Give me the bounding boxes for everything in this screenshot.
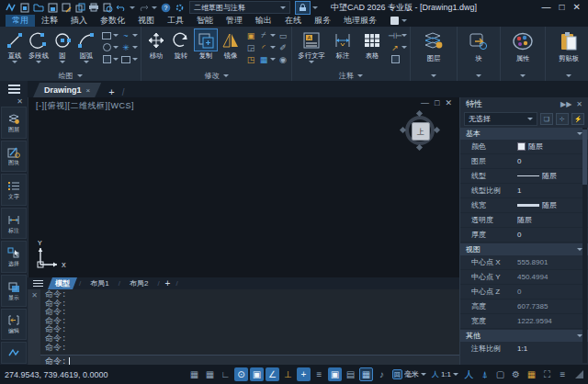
compass-east-icon[interactable]: [434, 127, 440, 133]
ribbon-display-toggle[interactable]: [390, 15, 408, 27]
quick-properties-icon[interactable]: ▤: [344, 367, 357, 381]
print-icon[interactable]: [87, 2, 100, 14]
viewport-controls-label[interactable]: [-][俯视][二维线框][WCS]: [36, 100, 134, 112]
tab-home[interactable]: 常用: [6, 15, 35, 27]
tab-online[interactable]: 在线: [278, 15, 308, 27]
properties-panel-footer[interactable]: [501, 71, 545, 81]
mtext-tool-button[interactable]: A 多行文字: [295, 28, 328, 63]
polyline-flyout-caret-icon[interactable]: [36, 61, 41, 63]
status-menu-icon[interactable]: ≡: [556, 367, 570, 381]
tab-parametric[interactable]: 参数化: [94, 15, 131, 27]
tab-smart[interactable]: 智能: [190, 15, 220, 27]
close-button[interactable]: ✕: [573, 3, 581, 12]
spline-tool-icon[interactable]: ~: [120, 30, 138, 40]
section-view[interactable]: 视图: [460, 243, 588, 255]
command-history[interactable]: 命令: 命令: 命令: 命令: 命令: 命令: 命令:: [40, 289, 459, 355]
palette-edit-button[interactable]: 编辑: [1, 309, 27, 341]
grid-display-icon[interactable]: ▦: [203, 367, 217, 381]
tab-geo-services[interactable]: 地理服务: [337, 15, 383, 27]
prop-row-linetype[interactable]: 线型 随层: [460, 169, 588, 184]
redo-icon[interactable]: [137, 2, 150, 14]
add-layout-button[interactable]: +: [162, 278, 175, 288]
selection-dropdown[interactable]: 无选择: [464, 112, 537, 126]
doc-tab-close-icon[interactable]: ×: [86, 86, 91, 95]
tab-insert[interactable]: 插入: [64, 15, 94, 27]
clipboard-panel-footer[interactable]: [546, 71, 588, 81]
annotate-panel-footer[interactable]: 注释: [292, 71, 410, 81]
palette-close-icon[interactable]: ✕: [17, 98, 23, 106]
array-tool-icon[interactable]: ▦: [258, 54, 276, 64]
tab-model[interactable]: 模型: [48, 277, 77, 289]
annotation-monitor-icon[interactable]: ♪: [375, 367, 389, 381]
eraser-tool-icon[interactable]: ✐: [277, 42, 288, 52]
viewport-restore-button[interactable]: □: [435, 99, 439, 107]
command-close-icon[interactable]: ✕: [31, 291, 38, 299]
quick-dim-tool-icon[interactable]: ⊣⊢: [390, 30, 407, 40]
clean-screen-icon[interactable]: ⛶: [540, 367, 554, 381]
properties-button[interactable]: 属性: [503, 28, 542, 62]
move-tool-button[interactable]: 移动: [144, 28, 169, 60]
new-doc-tab-button[interactable]: +: [108, 86, 114, 97]
block-button[interactable]: 块: [460, 28, 497, 62]
selection-cycling-icon[interactable]: ▦: [359, 367, 373, 381]
auto-hide-pin-icon[interactable]: ▶▶: [560, 100, 571, 108]
resize-grip[interactable]: [575, 370, 583, 378]
minimize-button[interactable]: —: [542, 3, 551, 12]
palette-blocks-button[interactable]: 图块: [1, 141, 27, 173]
transparency-toggle-icon[interactable]: ▣: [328, 367, 342, 381]
help-icon[interactable]: ?: [159, 2, 172, 14]
properties-scrollbar[interactable]: [582, 128, 587, 363]
copy-file-icon[interactable]: [74, 2, 86, 14]
new-file-icon[interactable]: [18, 2, 31, 14]
workspace-gear-icon[interactable]: [173, 2, 186, 14]
prop-row-height[interactable]: 高度 607.7385: [460, 299, 588, 314]
drawing-canvas[interactable]: [-][俯视][二维线框][WCS] — □ ✕ 上 X Y: [28, 97, 459, 277]
prop-row-lineweight[interactable]: 线宽 随层: [460, 198, 588, 213]
view-compass[interactable]: 上: [402, 113, 437, 148]
selection-filter-icon[interactable]: ▢: [493, 367, 507, 381]
table-tool-button[interactable]: 表格: [357, 28, 387, 60]
circle-flyout-caret-icon[interactable]: [60, 61, 65, 63]
tab-manage[interactable]: 管理: [220, 15, 249, 27]
rotate-tool-button[interactable]: 旋转: [169, 28, 194, 60]
app-logo-icon[interactable]: [5, 2, 17, 14]
erase-tool-icon[interactable]: ▭: [277, 30, 288, 40]
prop-row-annoscale[interactable]: 注释比例 1:1: [460, 342, 588, 356]
save-icon[interactable]: [46, 2, 59, 14]
annotation-autoscale-icon[interactable]: ⍋: [478, 367, 492, 381]
scale-tool-icon[interactable]: ◲: [245, 42, 256, 52]
layer-panel-footer[interactable]: [411, 71, 457, 81]
mtext-flyout-caret-icon[interactable]: [309, 61, 314, 63]
ortho-mode-icon[interactable]: ∟: [219, 367, 232, 381]
prop-row-transparency[interactable]: 透明度 随层: [460, 213, 588, 228]
compass-top-face[interactable]: 上: [412, 122, 430, 141]
properties-scroll-thumb[interactable]: [582, 130, 587, 185]
copy-tool-button[interactable]: 复制: [194, 28, 219, 60]
fillet-tool-icon[interactable]: ◜: [258, 42, 276, 52]
palette-select-button[interactable]: 选择: [1, 241, 27, 273]
select-objects-icon[interactable]: ⊹: [556, 113, 569, 125]
polar-tracking-icon[interactable]: ⊙: [234, 367, 248, 381]
settings-gear-icon[interactable]: ⚙: [509, 367, 523, 381]
palette-text-button[interactable]: 文字: [1, 174, 27, 206]
prop-row-center-y[interactable]: 中心点 Y 450.4994: [460, 270, 588, 285]
lineweight-display-icon[interactable]: ≡: [312, 367, 326, 381]
leader-tool-icon[interactable]: ↗: [390, 42, 407, 52]
tab-layout2[interactable]: 布局2: [122, 277, 155, 289]
annotation-visibility-icon[interactable]: 人: [462, 367, 476, 381]
section-basic[interactable]: 基本: [460, 128, 588, 140]
lock-caret-icon[interactable]: [312, 6, 318, 9]
palette-display-button[interactable]: 显示: [1, 275, 27, 307]
arc-flyout-caret-icon[interactable]: [84, 61, 89, 63]
dynamic-input-icon[interactable]: +: [297, 367, 311, 381]
prop-row-center-z[interactable]: 中心点 Z 0: [460, 285, 588, 299]
tab-services[interactable]: 服务: [308, 15, 337, 27]
doc-tab-drawing1[interactable]: Drawing1 ×: [33, 83, 101, 97]
block-panel-footer[interactable]: [458, 71, 500, 81]
clipboard-button[interactable]: 剪贴板: [548, 28, 588, 62]
point-tool-icon[interactable]: ✳: [120, 42, 138, 52]
line-tool-button[interactable]: 直线: [3, 28, 27, 63]
annotation-scale-selector[interactable]: 人 1:1: [430, 369, 460, 379]
tab-annotate[interactable]: 注释: [35, 15, 64, 27]
undo-caret-icon[interactable]: [130, 6, 135, 9]
